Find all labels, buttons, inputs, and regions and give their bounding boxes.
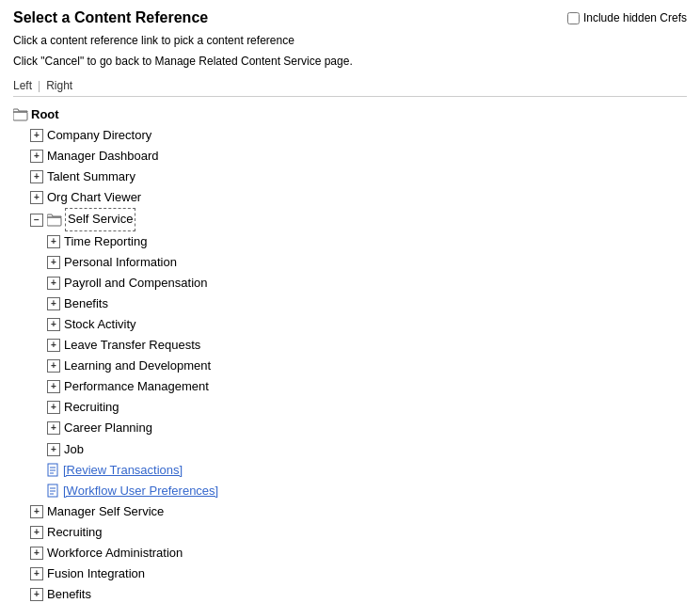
page-title: Select a Content Reference: [13, 9, 567, 26]
benefits-item: + Benefits: [47, 294, 687, 314]
recruiting-ss-item: + Recruiting: [47, 397, 687, 418]
org-chart-item: + Org Chart Viewer: [30, 187, 687, 208]
tree: Root + Company Directory + Manager Dashb…: [13, 104, 687, 603]
review-transactions-item: [Review Transactions]: [47, 460, 687, 481]
company-directory-label: Company Directory: [47, 125, 151, 146]
personal-information-label: Personal Information: [64, 252, 177, 273]
personal-information-item: + Personal Information: [47, 252, 687, 273]
manager-self-service-item: + Manager Self Service: [30, 501, 687, 522]
recruiting-root-label: Recruiting: [47, 522, 103, 543]
review-transactions-doc-icon: [47, 463, 60, 478]
career-planning-label: Career Planning: [64, 418, 152, 438]
include-hidden-section: Include hidden Crefs: [567, 9, 687, 24]
workforce-admin-expand[interactable]: +: [30, 547, 43, 560]
fusion-integration-expand[interactable]: +: [30, 567, 43, 580]
performance-management-item: + Performance Management: [47, 376, 687, 397]
tab-row: Left | Right: [13, 77, 687, 94]
job-expand[interactable]: +: [47, 443, 60, 456]
fusion-integration-item: + Fusion Integration: [30, 563, 687, 584]
company-directory-item: + Company Directory: [30, 125, 687, 146]
career-planning-expand[interactable]: +: [47, 421, 60, 435]
page-container: Select a Content Reference Click a conte…: [13, 9, 687, 603]
tab-left[interactable]: Left: [13, 77, 38, 94]
talent-summary-label: Talent Summary: [47, 167, 135, 187]
manager-dashboard-item: + Manager Dashboard: [30, 146, 687, 167]
root-item: Root: [13, 104, 687, 125]
include-hidden-label[interactable]: Include hidden Crefs: [583, 11, 687, 24]
leave-transfer-expand[interactable]: +: [47, 339, 60, 352]
fusion-integration-label: Fusion Integration: [47, 563, 145, 584]
workflow-user-prefs-label[interactable]: [Workflow User Preferences]: [63, 481, 218, 501]
recruiting-ss-expand[interactable]: +: [47, 401, 60, 414]
workforce-admin-label: Workforce Administration: [47, 543, 183, 563]
workflow-user-prefs-doc-icon: [47, 484, 60, 499]
benefits-expand[interactable]: +: [47, 297, 60, 310]
payroll-compensation-item: + Payroll and Compensation: [47, 273, 687, 294]
learning-development-label: Learning and Development: [64, 356, 211, 376]
job-item: + Job: [47, 439, 687, 460]
manager-self-service-expand[interactable]: +: [30, 505, 43, 518]
performance-management-expand[interactable]: +: [47, 380, 60, 393]
personal-information-expand[interactable]: +: [47, 256, 60, 269]
org-chart-expand[interactable]: +: [30, 191, 43, 204]
review-transactions-label[interactable]: [Review Transactions]: [63, 460, 183, 481]
svg-rect-0: [13, 112, 27, 120]
career-planning-item: + Career Planning: [47, 418, 687, 438]
recruiting-ss-label: Recruiting: [64, 397, 119, 418]
root-children: + Company Directory + Manager Dashboard …: [30, 125, 687, 603]
company-directory-expand[interactable]: +: [30, 129, 43, 142]
benefits-root-label: Benefits: [47, 584, 91, 603]
stock-activity-expand[interactable]: +: [47, 318, 60, 331]
workflow-user-prefs-item: [Workflow User Preferences]: [47, 481, 687, 501]
leave-transfer-item: + Leave Transfer Requests: [47, 335, 687, 356]
divider: [13, 96, 687, 97]
benefits-root-item: + Benefits: [30, 584, 687, 603]
manager-dashboard-label: Manager Dashboard: [47, 146, 159, 167]
desc-line1: Click a content reference link to pick a…: [13, 32, 567, 49]
self-service-children: + Time Reporting + Personal Information …: [47, 231, 687, 501]
talent-summary-item: + Talent Summary: [30, 167, 687, 187]
talent-summary-expand[interactable]: +: [30, 170, 43, 183]
time-reporting-item: + Time Reporting: [47, 231, 687, 252]
manager-dashboard-expand[interactable]: +: [30, 150, 43, 163]
self-service-item: − Self Service: [30, 208, 687, 230]
self-service-folder-icon: [47, 214, 62, 227]
benefits-label: Benefits: [64, 294, 108, 314]
stock-activity-item: + Stock Activity: [47, 314, 687, 335]
include-hidden-checkbox[interactable]: [567, 12, 580, 24]
self-service-label: Self Service: [65, 208, 135, 230]
top-row: Select a Content Reference Click a conte…: [13, 9, 687, 73]
root-folder-icon: [13, 108, 28, 121]
recruiting-root-item: + Recruiting: [30, 522, 687, 543]
performance-management-label: Performance Management: [64, 376, 209, 397]
workforce-admin-item: + Workforce Administration: [30, 543, 687, 563]
time-reporting-label: Time Reporting: [64, 231, 147, 252]
learning-development-item: + Learning and Development: [47, 356, 687, 376]
benefits-root-expand[interactable]: +: [30, 588, 43, 601]
self-service-expand[interactable]: −: [30, 214, 43, 227]
leave-transfer-label: Leave Transfer Requests: [64, 335, 200, 356]
org-chart-label: Org Chart Viewer: [47, 187, 141, 208]
svg-rect-1: [47, 217, 61, 226]
desc-line2: Click "Cancel" to go back to Manage Rela…: [13, 53, 567, 70]
payroll-compensation-label: Payroll and Compensation: [64, 273, 207, 294]
root-label: Root: [31, 104, 59, 125]
description-block: Select a Content Reference Click a conte…: [13, 9, 567, 73]
manager-self-service-label: Manager Self Service: [47, 501, 164, 522]
job-label: Job: [64, 439, 84, 460]
stock-activity-label: Stock Activity: [64, 314, 136, 335]
learning-development-expand[interactable]: +: [47, 359, 60, 373]
recruiting-root-expand[interactable]: +: [30, 526, 43, 539]
payroll-compensation-expand[interactable]: +: [47, 277, 60, 290]
tab-right[interactable]: Right: [40, 77, 78, 94]
time-reporting-expand[interactable]: +: [47, 235, 60, 248]
